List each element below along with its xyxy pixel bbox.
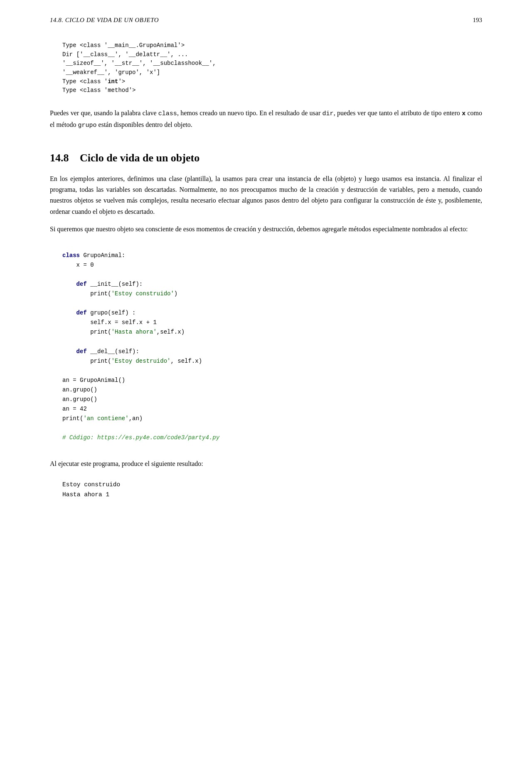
code-line: def __init__(self): <box>62 280 482 289</box>
string-destruido: 'Estoy destruido' <box>111 358 171 364</box>
code-line <box>62 270 482 280</box>
code-line: Dir ['__class__', '__delattr__', ... <box>62 50 482 59</box>
inline-code-dir: dir <box>323 110 334 117</box>
paragraph-4: Al ejecutar este programa, produce el si… <box>50 458 482 469</box>
keyword-def-init: def <box>76 281 87 287</box>
code-line: print('Estoy construido') <box>62 289 482 299</box>
code-line: Type <class '__main__.GrupoAnimal'> <box>62 41 482 50</box>
page-number: 193 <box>473 17 483 24</box>
inline-code-grupo: grupo <box>78 122 97 129</box>
keyword-def-grupo: def <box>76 309 87 316</box>
code-line: print('an contiene',an) <box>62 414 482 423</box>
code-line: x = 0 <box>62 260 482 270</box>
string-hasta-ahora: 'Hasta ahora' <box>111 329 157 335</box>
code-line: def __del__(self): <box>62 347 482 357</box>
code-line: print('Hasta ahora',self.x) <box>62 327 482 337</box>
paragraph-1: Puedes ver que, usando la palabra clave … <box>50 108 482 131</box>
code-line <box>62 299 482 308</box>
output-block: Estoy construido Hasta ahora 1 <box>50 476 482 503</box>
code-line: '__weakref__', 'grupo', 'x'] <box>62 68 482 77</box>
section-number: 14.8 <box>50 152 69 164</box>
paragraph-3: Si queremos que nuestro objeto sea consc… <box>50 224 482 235</box>
header-left: 14.8. CICLO DE VIDA DE UN OBJETO <box>50 17 159 24</box>
section-title: Ciclo de vida de un objeto <box>80 152 200 164</box>
code-line: self.x = self.x + 1 <box>62 318 482 327</box>
output-line-1: Estoy construido <box>62 480 482 490</box>
main-code-block: class GrupoAnimal: x = 0 def __init__(se… <box>50 244 482 450</box>
code-line <box>62 366 482 376</box>
code-line: an = GrupoAnimal() <box>62 376 482 385</box>
section-heading: 14.8 Ciclo de vida de un objeto <box>50 152 482 164</box>
string-an-contiene: 'an contiene' <box>83 415 128 422</box>
code-line: Type <class 'method'> <box>62 86 482 95</box>
code-line: class GrupoAnimal: <box>62 251 482 260</box>
code-line: an.grupo() <box>62 385 482 395</box>
output-line-2: Hasta ahora 1 <box>62 490 482 500</box>
code-comment: # Código: https://es.py4e.com/code3/part… <box>62 433 482 443</box>
code-line <box>62 423 482 433</box>
code-line <box>62 337 482 347</box>
keyword-class: class <box>62 252 80 259</box>
inline-code-x: x <box>462 110 466 117</box>
code-line: Type <class 'int'> <box>62 77 482 87</box>
page: 14.8. CICLO DE VIDA DE UN OBJETO 193 Typ… <box>0 0 532 770</box>
code-line: an = 42 <box>62 404 482 414</box>
code-line: '__sizeof__', '__str__', '__subclasshook… <box>62 59 482 68</box>
initial-code-block: Type <class '__main__.GrupoAnimal'> Dir … <box>50 36 482 100</box>
string-construido: 'Estoy construido' <box>111 290 174 297</box>
paragraph-2: En los ejemplos anteriores, definimos un… <box>50 173 482 218</box>
page-header: 14.8. CICLO DE VIDA DE UN OBJETO 193 <box>50 17 482 24</box>
inline-code-class: class <box>158 110 177 117</box>
code-line: def grupo(self) : <box>62 308 482 318</box>
keyword-def-del: def <box>76 348 87 355</box>
code-line: an.grupo() <box>62 395 482 404</box>
code-line: print('Estoy destruido', self.x) <box>62 357 482 366</box>
